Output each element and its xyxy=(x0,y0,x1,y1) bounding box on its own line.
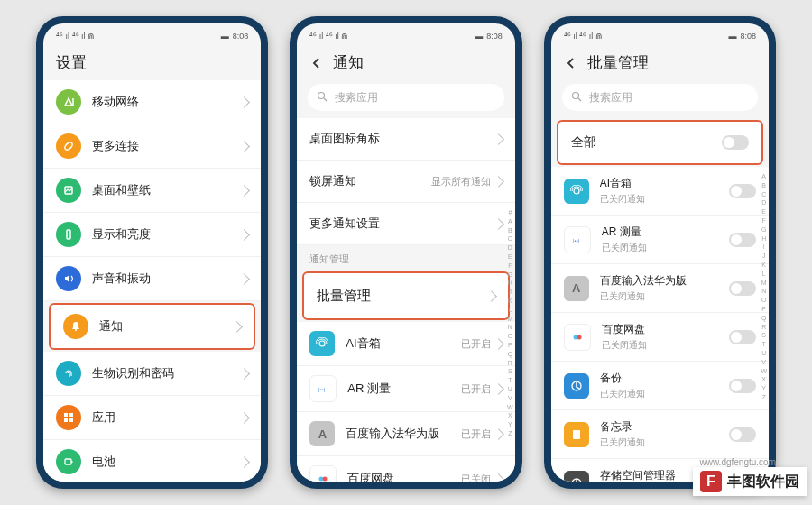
settings-row-sound[interactable]: 声音和振动 xyxy=(43,257,261,301)
setting-row[interactable]: 桌面图标角标 xyxy=(297,118,514,161)
chevron-right-icon xyxy=(493,428,504,440)
app-row[interactable]: A 百度输入法华为版 已开启 xyxy=(297,412,514,456)
screen: ⁴⁶ ıl ⁴⁶ ıl ⋒ ▬8:08 批量管理 搜索应用 全部 AI音箱 xyxy=(551,23,769,482)
app-label: 百度网盘 xyxy=(602,322,729,337)
row-label: 锁屏通知 xyxy=(309,173,430,189)
app-icon xyxy=(309,331,335,356)
settings-row-brightness[interactable]: 显示和亮度 xyxy=(43,213,261,257)
chevron-right-icon xyxy=(238,368,250,380)
svg-point-17 xyxy=(323,477,328,482)
index-bar[interactable]: #ABCDEFGHJKLMNOPQRSTUVWXYZ xyxy=(507,208,513,438)
settings-row-apps[interactable]: 应用 xyxy=(43,396,261,440)
svg-rect-2 xyxy=(67,230,70,239)
row-label: 声音和振动 xyxy=(92,271,240,287)
svg-text:|••|: |••| xyxy=(318,387,326,392)
phone-batch-manage: ⁴⁶ ıl ⁴⁶ ıl ⋒ ▬8:08 批量管理 搜索应用 全部 AI音箱 xyxy=(544,16,776,489)
watermark: F 丰图软件园 xyxy=(693,467,807,496)
screen: ⁴⁶ ıl ⁴⁶ ıl ⋒ ▬8:08 通知 搜索应用 桌面图标角标 锁屏通知 … xyxy=(297,23,514,482)
settings-list[interactable]: 移动网络 更多连接 桌面和壁纸 显示和亮度 声音和振动 通知 生物识别和密码 xyxy=(43,80,261,482)
wallpaper-icon xyxy=(56,178,81,203)
setting-row[interactable]: 锁屏通知 显示所有通知 xyxy=(297,161,514,203)
row-label: 应用 xyxy=(92,409,240,426)
row-batch-manage[interactable]: 批量管理 xyxy=(302,271,509,320)
svg-rect-9 xyxy=(71,461,73,463)
svg-point-14 xyxy=(319,341,325,346)
page-title: 批量管理 xyxy=(587,52,649,73)
batch-list[interactable]: 全部 AI音箱 已关闭通知 |••| AR 测量 已关闭通知 A 百度输入法华 xyxy=(551,118,769,482)
chevron-right-icon xyxy=(485,290,497,302)
settings-row-connect[interactable]: 更多连接 xyxy=(43,124,261,169)
app-icon xyxy=(564,373,589,399)
battery-icon: ▬ xyxy=(221,32,229,41)
search-input[interactable]: 搜索应用 xyxy=(308,84,503,111)
phone-notifications: ⁴⁶ ıl ⁴⁶ ıl ⋒ ▬8:08 通知 搜索应用 桌面图标角标 锁屏通知 … xyxy=(290,16,521,489)
toggle-app[interactable] xyxy=(729,379,756,393)
search-input[interactable]: 搜索应用 xyxy=(562,84,758,111)
app-status: 已关闭 xyxy=(461,473,491,482)
row-label: 生物识别和密码 xyxy=(92,365,240,381)
back-icon[interactable] xyxy=(564,56,578,70)
notification-list[interactable]: 桌面图标角标 锁屏通知 显示所有通知 更多通知设置 通知管理 批量管理 AI音箱… xyxy=(297,118,514,482)
chevron-right-icon xyxy=(493,473,504,482)
row-label: 移动网络 xyxy=(92,94,240,110)
settings-row-wallpaper[interactable]: 桌面和壁纸 xyxy=(43,169,261,213)
sound-icon xyxy=(56,266,81,291)
chevron-right-icon xyxy=(238,229,250,241)
setting-row[interactable]: 更多通知设置 xyxy=(297,203,514,245)
page-title: 设置 xyxy=(56,52,87,73)
toggle-all[interactable] xyxy=(722,135,749,150)
app-status: 已开启 xyxy=(461,427,491,441)
app-label: 百度输入法华为版 xyxy=(600,273,729,289)
app-icon xyxy=(564,179,589,204)
app-label: 备份 xyxy=(600,371,729,386)
header: 批量管理 xyxy=(551,45,769,80)
row-label: 显示和亮度 xyxy=(92,226,240,243)
toggle-app[interactable] xyxy=(729,427,756,442)
settings-row-bell[interactable]: 通知 xyxy=(49,303,255,350)
chevron-right-icon xyxy=(238,185,250,197)
settings-row-fingerprint[interactable]: 生物识别和密码 xyxy=(43,352,261,396)
svg-point-19 xyxy=(572,93,578,99)
row-all-toggle[interactable]: 全部 xyxy=(557,120,763,165)
battery-icon: ▬ xyxy=(475,32,483,41)
settings-row-network[interactable]: 移动网络 xyxy=(43,80,261,124)
app-row[interactable]: |••| AR 测量 已开启 xyxy=(297,366,514,412)
app-row[interactable]: AI音箱 已开启 xyxy=(297,322,514,366)
toggle-app[interactable] xyxy=(729,233,756,247)
app-status: 已开启 xyxy=(461,382,491,396)
app-icon xyxy=(564,422,589,447)
app-sub: 已关闭通知 xyxy=(602,339,729,352)
signal-icon: ⁴⁶ ıl ⁴⁶ ıl ⋒ xyxy=(56,32,95,41)
toggle-app[interactable] xyxy=(729,184,756,198)
chevron-right-icon xyxy=(493,133,504,145)
app-row[interactable]: |••| AR 测量 已关闭通知 xyxy=(551,216,769,264)
settings-row-battery[interactable]: 电池 xyxy=(43,440,261,482)
app-row[interactable]: 备忘录 已关闭通知 xyxy=(551,410,769,459)
row-label: 桌面图标角标 xyxy=(309,131,494,147)
chevron-right-icon xyxy=(231,321,243,333)
row-value: 显示所有通知 xyxy=(431,175,491,188)
app-row[interactable]: AI音箱 已关闭通知 xyxy=(551,167,769,216)
phone-settings: ⁴⁶ ıl ⁴⁶ ıl ⋒ ▬8:08 设置 移动网络 更多连接 桌面和壁纸 显… xyxy=(36,16,268,489)
app-row[interactable]: 备份 已关闭通知 xyxy=(551,362,769,410)
app-icon: A xyxy=(564,276,589,301)
back-icon[interactable] xyxy=(309,56,324,70)
watermark-text: 丰图软件园 xyxy=(727,473,799,491)
app-label: AI音箱 xyxy=(346,335,460,352)
chevron-right-icon xyxy=(493,218,504,230)
chevron-right-icon xyxy=(493,338,504,350)
app-row[interactable]: 百度网盘 已关闭 xyxy=(297,456,514,482)
toggle-app[interactable] xyxy=(729,281,756,296)
app-row[interactable]: A 百度输入法华为版 已关闭通知 xyxy=(551,264,769,313)
status-bar: ⁴⁶ ıl ⁴⁶ ıl ⋒ ▬8:08 xyxy=(297,23,514,45)
app-sub: 已关闭通知 xyxy=(600,436,729,449)
svg-rect-7 xyxy=(69,418,73,422)
batch-label: 批量管理 xyxy=(317,288,486,305)
bell-icon xyxy=(63,314,88,339)
time: 8:08 xyxy=(486,32,503,41)
app-sub: 已关闭通知 xyxy=(600,290,729,303)
row-label: 桌面和壁纸 xyxy=(92,182,240,198)
app-row[interactable]: 百度网盘 已关闭通知 xyxy=(551,313,769,362)
index-bar[interactable]: ABCDEFGHIJKLMNOPQRSTUVWXYZ xyxy=(761,172,767,402)
toggle-app[interactable] xyxy=(729,330,756,344)
